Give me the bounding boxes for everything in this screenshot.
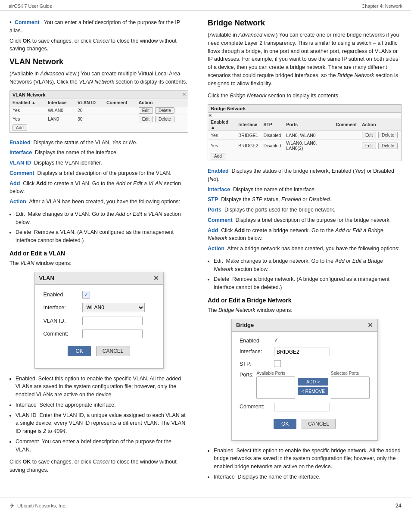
bridge-dialog-close-icon[interactable]: ✕ <box>367 321 373 329</box>
bridge-action-delete-label: Delete <box>214 276 229 282</box>
vlan-dialog-interface-select[interactable]: WLAN0 <box>82 303 145 312</box>
vlan-label-vlanid: VLAN ID <box>9 160 31 166</box>
add-edit-bridge-intro: The Bridge Network window opens: <box>208 306 402 314</box>
vlan-desc-add: Add Click Add to create a VLAN. Go to th… <box>9 180 188 196</box>
vlan-bullet-interface-label: Interface <box>16 402 37 408</box>
vlan-bullet-vlanid: VLAN ID Enter the VLAN ID, a unique valu… <box>16 411 188 436</box>
bridge-dialog-interface-label: Interface: <box>240 348 274 355</box>
bridge-row2-delete-button[interactable]: Delete <box>378 143 398 149</box>
vlan-col-comment: Comment <box>104 99 136 106</box>
vlan-dialog-cancel-button[interactable]: CANCEL <box>96 346 130 356</box>
vlan-table-close-icon[interactable]: ✕ <box>182 92 186 97</box>
bridge-add-button[interactable]: Add <box>211 153 225 159</box>
bridge-dialog-comment-input[interactable] <box>274 403 330 411</box>
bridge-table: Enabled ▲ Interface STP Ports Comment Ac… <box>208 118 401 152</box>
right-column: Bridge Network (Available in Advanced vi… <box>198 11 411 493</box>
vlan-dialog-title: VLAN <box>39 275 54 281</box>
bridge-dialog: Bridge ✕ Enabled ✓ Interface: STP: Ports… <box>231 319 378 441</box>
vlan-row1-vlanid: 20 <box>75 106 104 115</box>
bridge-bullet-enabled: Enabled Select this option to enable the… <box>214 447 402 471</box>
bridge-row2-ports: WLAN0, LAN0, LAN0(2) <box>283 140 333 152</box>
vlan-dialog-body: Enabled ✓ Interface: WLAN0 VLAN ID: Comm… <box>35 285 163 368</box>
bridge-table-container: Bridge Network ✕ Enabled ▲ Interface STP… <box>208 104 402 161</box>
vlan-dialog-enabled-checkbox[interactable]: ✓ <box>82 291 90 299</box>
bridge-dialog-interface-input[interactable] <box>274 348 330 356</box>
vlan-dialog-comment-input[interactable] <box>82 330 143 338</box>
vlan-dialog-enabled-row: Enabled ✓ <box>44 291 155 299</box>
bridge-dialog-ports-buttons: ADD > < REMOVE <box>298 371 328 395</box>
left-column: • Comment You can enter a brief descript… <box>0 11 198 493</box>
bridge-row2-action: Edit Delete <box>359 140 401 152</box>
bridge-bullet-interface-label: Interface <box>214 474 235 480</box>
bridge-action-delete: Delete Remove a bridge network. (A bridg… <box>214 275 402 292</box>
bridge-desc-stp: STP Displays the STP status, Enabled or … <box>208 196 402 204</box>
vlan-col-interface: Interface <box>45 99 75 106</box>
vlan-label-comment: Comment <box>9 170 34 176</box>
bridge-dialog-stp-label: STP: <box>240 360 274 367</box>
bridge-dialog-enabled-label: Enabled <box>240 337 274 344</box>
vlan-table-title: VLAN Network <box>10 91 188 99</box>
bridge-dialog-ports-controls: Available Ports ADD > < REMOVE Selected … <box>256 371 370 399</box>
bridge-desc-list: Enabled Displays the status of the bridg… <box>208 167 402 253</box>
vlan-desc-vlanid: VLAN ID Displays the VLAN identifier. <box>9 159 188 167</box>
vlan-dialog-interface-label: Interface: <box>44 305 82 311</box>
bridge-dialog-stp-row: STP: <box>240 360 370 367</box>
vlan-row2-delete-button[interactable]: Delete <box>155 116 174 122</box>
vlan-dialog-vlanid-input[interactable] <box>82 317 143 325</box>
bridge-col-stp: STP <box>261 118 283 131</box>
vlan-bullet-comment-label: Comment <box>16 439 39 445</box>
bridge-row1-edit-button[interactable]: Edit <box>362 132 376 138</box>
header-right: Chapter 4: Network <box>361 3 402 9</box>
vlan-intro-text: (Available in Advanced view.) You can cr… <box>9 70 188 86</box>
vlan-col-vlanid: VLAN ID <box>75 99 104 106</box>
vlan-dialog-enabled-label: Enabled <box>44 292 82 298</box>
vlan-dialog-ok-button[interactable]: OK <box>68 346 90 356</box>
vlan-row1-interface: WLAN0 <box>45 106 75 115</box>
vlan-add-button[interactable]: Add <box>12 124 27 131</box>
bridge-dialog-add-port-button[interactable]: ADD > <box>298 378 328 386</box>
bridge-table-close-icon[interactable]: ✕ <box>208 113 212 118</box>
bridge-col-action: Action <box>359 118 401 131</box>
vlan-row2-enabled: Yes <box>10 115 45 123</box>
bridge-dialog-comment-label: Comment: <box>240 403 274 410</box>
bridge-row2-enabled: Yes <box>208 140 236 152</box>
add-edit-vlan-title: Add or Edit a VLAN <box>9 250 188 257</box>
vlan-action-edit: Edit Make changes to a VLAN. Go to the A… <box>16 210 188 227</box>
bridge-label-action: Action <box>208 246 224 252</box>
vlan-row2-edit-button[interactable]: Edit <box>139 116 153 122</box>
vlan-dialog-interface-row: Interface: WLAN0 <box>44 303 155 312</box>
vlan-dialog-titlebar: VLAN ✕ <box>35 272 163 285</box>
vlan-action-delete-label: Delete <box>16 229 31 235</box>
vlan-dialog-close-icon[interactable]: ✕ <box>153 274 159 282</box>
vlan-table-container: VLAN Network ✕ Enabled ▲ Interface VLAN … <box>9 90 188 133</box>
bridge-dialog-available-listbox[interactable] <box>256 376 295 399</box>
vlan-label-interface: Interface <box>9 149 32 156</box>
bridge-action-edit: Edit Make changes to a bridge network. G… <box>214 257 402 274</box>
bridge-dialog-bullets: Enabled Select this option to enable the… <box>214 447 402 481</box>
header-left: airOS®7 User Guide <box>9 3 52 9</box>
bridge-dialog-stp-checkbox[interactable] <box>274 360 281 367</box>
vlan-table-row: Yes LAN0 30 Edit Delete <box>10 115 188 123</box>
bridge-dialog-selected-listbox[interactable] <box>331 376 370 399</box>
bridge-dialog-enabled-checkbox[interactable]: ✓ <box>274 337 279 343</box>
vlan-section-title: VLAN Network <box>9 57 188 66</box>
vlan-action-bullets: Edit Make changes to a VLAN. Go to the A… <box>16 210 188 245</box>
vlan-row1-delete-button[interactable]: Delete <box>155 107 174 114</box>
vlan-bullet-enabled-label: Enabled <box>16 376 35 382</box>
click-ok-text: Click OK to save changes, or click Cance… <box>9 37 188 53</box>
add-edit-vlan-intro: The VLAN window opens: <box>9 259 188 268</box>
vlan-row1-action: Edit Delete <box>136 106 188 115</box>
vlan-dialog: VLAN ✕ Enabled ✓ Interface: WLAN0 VLAN I… <box>34 272 164 369</box>
bridge-label-ports: Ports <box>208 207 221 213</box>
vlan-row1-edit-button[interactable]: Edit <box>139 107 153 114</box>
bridge-bullet-interface: Interface Displays the name of the inter… <box>214 473 402 481</box>
bridge-row1-delete-button[interactable]: Delete <box>378 132 398 138</box>
bridge-dialog-ok-button[interactable]: OK <box>274 419 296 429</box>
bridge-label-enabled: Enabled <box>208 168 229 174</box>
vlan-col-action: Action <box>136 99 188 106</box>
bridge-row1-action: Edit Delete <box>359 131 401 140</box>
bridge-dialog-remove-port-button[interactable]: < REMOVE <box>298 387 328 395</box>
vlan-desc-enabled: Enabled Displays the status of the VLAN,… <box>9 139 188 147</box>
bridge-dialog-cancel-button[interactable]: CANCEL <box>302 419 336 429</box>
bridge-row2-edit-button[interactable]: Edit <box>362 143 376 149</box>
